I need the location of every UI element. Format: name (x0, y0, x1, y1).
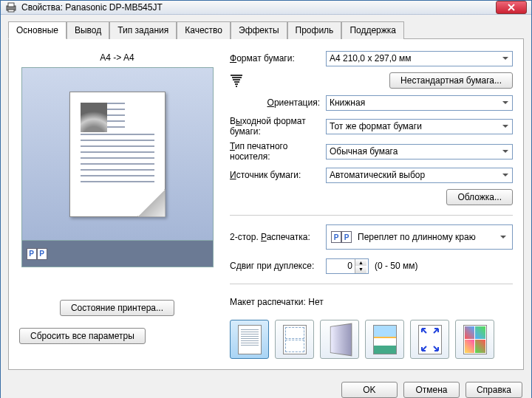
layout-tile-fit[interactable] (410, 320, 449, 359)
printer-icon (5, 1, 17, 13)
spin-down-icon[interactable]: ▼ (355, 266, 366, 273)
tab-profile[interactable]: Профиль (287, 21, 342, 39)
duplex-shift-input[interactable] (327, 259, 355, 273)
duplex-label: 2-стор. Распечатка: (230, 232, 320, 242)
right-column: Формат бумаги: A4 210,0 x 297,0 мм Неста… (230, 49, 513, 359)
cancel-button[interactable]: Отмена (403, 382, 460, 398)
svg-rect-2 (8, 10, 14, 12)
reset-all-button[interactable]: Сбросить все параметры (19, 328, 146, 344)
dialog-footer: OK Отмена Справка (1, 376, 531, 398)
layout-tile-nup[interactable] (275, 320, 314, 359)
tab-support[interactable]: Поддержка (341, 21, 404, 39)
paper-preview (69, 92, 166, 217)
layout-tile-1up[interactable] (230, 320, 269, 359)
tab-jobtype[interactable]: Тип задания (109, 21, 177, 39)
paper-source-label: Источник бумаги: (230, 170, 320, 180)
preview-area (21, 67, 214, 241)
shift-range-label: (0 - 50 мм) (375, 261, 418, 271)
tab-effects[interactable]: Эффекты (231, 21, 287, 39)
output-size-combo[interactable]: Тот же формат бумаги (326, 119, 513, 134)
duplex-combo[interactable]: PP Переплет по длинному краю (326, 224, 513, 250)
duplex-shift-spinner[interactable]: ▲▼ (326, 258, 369, 274)
page-fold-icon (137, 189, 166, 217)
funnel-icon (230, 75, 243, 87)
layout-tiles (230, 320, 513, 359)
left-column: A4 -> A4 PP Состояние прин (19, 49, 215, 359)
media-type-combo[interactable]: Обычная бумага (326, 144, 513, 159)
tab-bar: Основные Вывод Тип задания Качество Эффе… (8, 21, 524, 39)
svg-rect-1 (8, 3, 14, 7)
printer-status-button[interactable]: Состояние принтера... (60, 300, 174, 316)
duplex-shift-label: Сдвиг при дуплексе: (230, 261, 320, 271)
preview-title: A4 -> A4 (100, 49, 134, 67)
media-type-label: Тип печатного носителя: (230, 141, 320, 162)
close-button[interactable] (496, 1, 527, 14)
duplex-icon: PP (331, 231, 352, 243)
spin-up-icon[interactable]: ▲ (355, 259, 366, 267)
layout-tile-poster[interactable] (365, 320, 404, 359)
titlebar: Свойства: Panasonic DP-MB545JT (1, 1, 531, 15)
layout-tile-grid[interactable] (455, 320, 494, 359)
tab-main[interactable]: Основные (8, 21, 66, 39)
cover-button[interactable]: Обложка... (446, 189, 513, 205)
dialog-body: Основные Вывод Тип задания Качество Эффе… (1, 15, 531, 376)
ok-button[interactable]: OK (341, 382, 398, 398)
close-icon (508, 4, 515, 11)
layout-label: Макет распечатки: Нет (230, 297, 324, 307)
paper-source-combo[interactable]: Автоматический выбор (326, 168, 513, 183)
properties-dialog: Свойства: Panasonic DP-MB545JT Основные … (0, 0, 532, 398)
paper-size-combo[interactable]: A4 210,0 x 297,0 мм (326, 51, 513, 66)
orientation-label: Ориентация: (230, 97, 320, 108)
preview-thumbnail-icon (81, 103, 107, 132)
main-panel: A4 -> A4 PP Состояние прин (8, 39, 524, 370)
help-button[interactable]: Справка (466, 382, 522, 398)
separator (230, 215, 513, 216)
output-size-label: Выходной формат бумаги: (230, 116, 320, 137)
separator-2 (230, 284, 513, 284)
window-title: Свойства: Panasonic DP-MB545JT (21, 2, 496, 13)
layout-tile-booklet[interactable] (320, 320, 359, 359)
paper-size-label: Формат бумаги: (230, 53, 320, 64)
tab-output[interactable]: Вывод (66, 21, 109, 39)
tab-quality[interactable]: Качество (177, 21, 231, 39)
duplex-booklet-icon: PP (27, 248, 47, 260)
preview-footer: PP (21, 241, 214, 267)
custom-paper-button[interactable]: Нестандартная бумага... (389, 72, 513, 89)
orientation-combo[interactable]: Книжная (326, 95, 513, 111)
